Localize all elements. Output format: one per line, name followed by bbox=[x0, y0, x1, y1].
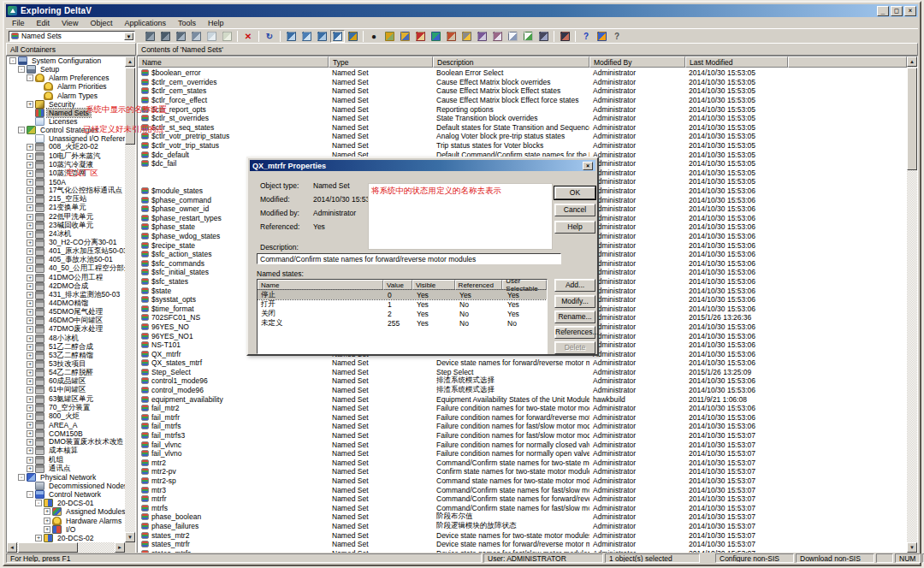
list-row-qx-states-mtrf[interactable]: QX_states_mtrfNamed SetDevice state name… bbox=[138, 358, 907, 368]
list-row--ctlr-force-effect[interactable]: $ctlr_force_effectNamed SetCause Effect … bbox=[138, 96, 907, 105]
expand-icon[interactable]: + bbox=[27, 387, 33, 393]
tree-item-decommissioned-nodes[interactable]: Decommissioned Nodes bbox=[7, 482, 125, 490]
list-row-mtr3[interactable]: mtr3Named SetCommand/Confirm state names… bbox=[138, 485, 907, 494]
tree-item-alarm-priorities[interactable]: Alarm Priorities bbox=[7, 82, 125, 91]
column-header-type[interactable]: Type bbox=[329, 56, 433, 68]
collapse-icon[interactable]: - bbox=[18, 127, 25, 133]
tree-item-setup[interactable]: -Setup bbox=[7, 65, 125, 74]
column-header-modified-by[interactable]: Modified By bbox=[589, 56, 685, 68]
globe-button[interactable]: ● bbox=[367, 30, 382, 43]
menu-file[interactable]: File bbox=[6, 19, 31, 27]
menu-object[interactable]: Object bbox=[84, 19, 118, 27]
tree-scroll-left-icon[interactable]: ◄ bbox=[7, 542, 17, 553]
collapse-icon[interactable]: - bbox=[18, 66, 25, 73]
tree-scroll-right-icon[interactable]: ► bbox=[115, 542, 125, 553]
objects-move-button[interactable] bbox=[158, 30, 173, 43]
view-details-button[interactable] bbox=[330, 30, 345, 43]
dialog-close-icon[interactable]: × bbox=[583, 162, 593, 170]
tree-item-physical-network[interactable]: -Physical Network bbox=[7, 473, 125, 482]
objects-link-button[interactable] bbox=[174, 30, 188, 43]
refs-button[interactable]: References... bbox=[554, 326, 595, 339]
tree-item-i-o[interactable]: +I/O bbox=[7, 525, 125, 534]
context-help-button[interactable]: ? bbox=[610, 30, 625, 43]
list-row--boolean-error[interactable]: $boolean_errorNamed SetBoolean Error Sel… bbox=[138, 68, 907, 78]
grid-config-button[interactable] bbox=[475, 30, 489, 43]
expand-icon[interactable]: + bbox=[27, 240, 33, 246]
objects-copy-button[interactable] bbox=[143, 30, 157, 43]
help-button[interactable]: ? bbox=[579, 30, 594, 43]
list-row-phase-failures[interactable]: phase_failuresNamed Set阶段逻辑模块的故障状态Admini… bbox=[138, 522, 907, 531]
paste-button[interactable] bbox=[220, 30, 234, 43]
expand-icon[interactable]: + bbox=[44, 518, 50, 524]
column-header-description[interactable]: Description bbox=[433, 56, 589, 68]
collapse-icon[interactable]: - bbox=[18, 474, 25, 481]
expand-icon[interactable]: + bbox=[27, 248, 33, 255]
tree-scroll-down-icon[interactable]: ▼ bbox=[125, 532, 135, 542]
table-button[interactable] bbox=[506, 30, 520, 43]
tree-item--[interactable]: +通讯点 bbox=[7, 464, 125, 473]
rename-button[interactable]: Rename... bbox=[554, 311, 595, 323]
list-row-mtr2[interactable]: mtr2Named SetCommand/Confirm state names… bbox=[138, 459, 907, 468]
list-row--ctlr-cem-overrides[interactable]: $ctlr_cem_overridesNamed SetCause Effect… bbox=[138, 78, 907, 87]
list-row-fail-mtrfr[interactable]: fail_mtrfrNamed SetFailure condition nam… bbox=[138, 413, 907, 423]
user-key-button[interactable] bbox=[459, 30, 474, 43]
expand-icon[interactable]: + bbox=[27, 465, 33, 472]
expand-icon[interactable]: + bbox=[35, 535, 42, 541]
list-scroll-down-icon[interactable]: ▼ bbox=[907, 542, 917, 553]
expand-icon[interactable]: + bbox=[27, 413, 33, 420]
diagnostics-book-button[interactable] bbox=[413, 30, 428, 43]
expand-icon[interactable]: + bbox=[27, 162, 33, 169]
list-vertical-scrollbar[interactable]: ▲ ▼ bbox=[907, 56, 917, 553]
list-row-mtr2-pv[interactable]: mtr2-pvNamed SetConfirm state names for … bbox=[138, 467, 907, 476]
tree-item-20-dcs-02[interactable]: +20-DCS-02 bbox=[7, 534, 125, 542]
list-row--ctlr-st-seq-states[interactable]: $ctlr_st_seq_statesNamed SetDefault stat… bbox=[138, 123, 907, 133]
tree-item-20-dcs-01[interactable]: -20-DCS-01 bbox=[7, 499, 125, 507]
list-row-fail-vlvnc[interactable]: fail_vlvncNamed SetFailure condition nam… bbox=[138, 440, 907, 449]
expand-icon[interactable]: + bbox=[27, 396, 33, 403]
states-column-name[interactable]: Name bbox=[258, 280, 383, 290]
list-row-control-mode96[interactable]: control_mode96Named Set排渣系统模式选择Administr… bbox=[138, 386, 907, 395]
close-button[interactable]: × bbox=[904, 6, 916, 16]
list-row--ctlr-st-overrides[interactable]: $ctlr_st_overridesNamed SetState Transit… bbox=[138, 114, 907, 123]
cut-button[interactable] bbox=[189, 30, 204, 43]
dialog-title-bar[interactable]: QX_mtrfr Properties × bbox=[250, 160, 595, 171]
expand-icon[interactable]: + bbox=[27, 179, 33, 186]
named-state-row[interactable]: 关闭2YesNoYes bbox=[258, 309, 547, 318]
upload-button[interactable] bbox=[398, 30, 412, 43]
title-bar[interactable]: Exploring DeltaV _ □ × bbox=[6, 4, 918, 17]
expand-icon[interactable]: + bbox=[27, 422, 33, 429]
container-combobox[interactable]: Named Sets ▼ bbox=[9, 31, 135, 42]
list-row-states-mtr2[interactable]: states_mtr2Named SetDevice state names f… bbox=[138, 530, 907, 540]
expand-icon[interactable]: + bbox=[27, 335, 33, 342]
column-header-name[interactable]: Name bbox=[138, 56, 329, 68]
menu-help[interactable]: Help bbox=[202, 19, 230, 27]
expand-icon[interactable]: + bbox=[27, 378, 33, 385]
copy-button[interactable] bbox=[204, 30, 219, 43]
view-large-buttons-icon[interactable] bbox=[284, 30, 299, 43]
expand-icon[interactable]: + bbox=[27, 457, 33, 464]
menu-tools[interactable]: Tools bbox=[172, 19, 202, 27]
tree-item-assigned-modules[interactable]: +Assigned Modules bbox=[7, 507, 125, 516]
books-button[interactable] bbox=[595, 30, 609, 43]
help-button[interactable]: Help bbox=[554, 221, 595, 234]
list-row--ctlr-votr-pretrip-status[interactable]: $ctlr_votr_pretrip_statusNamed SetAnalog… bbox=[138, 132, 907, 141]
expand-icon[interactable]: + bbox=[27, 265, 33, 272]
expand-icon[interactable]: + bbox=[27, 204, 33, 211]
expand-icon[interactable]: + bbox=[27, 222, 33, 229]
menu-applications[interactable]: Applications bbox=[118, 19, 172, 27]
list-row-states-mtrfr[interactable]: states_mtrfrNamed SetDevice state names … bbox=[138, 540, 907, 549]
states-column-referenced[interactable]: Referenced bbox=[455, 280, 503, 290]
tree-item-800-[interactable]: +800_火炬 bbox=[7, 412, 125, 421]
list-row-equipment-availability[interactable]: equipment_availabilityNamed SetEquipment… bbox=[138, 394, 907, 404]
expand-icon[interactable]: + bbox=[27, 430, 33, 437]
expand-icon[interactable]: + bbox=[27, 370, 33, 376]
list-row--ctlr-votr-trip-status[interactable]: $ctlr_votr_trip_statusNamed SetTrip stat… bbox=[138, 141, 907, 151]
expand-icon[interactable]: + bbox=[27, 344, 33, 351]
view-list-button[interactable] bbox=[315, 30, 329, 43]
expand-icon[interactable]: + bbox=[27, 309, 33, 316]
tree-horizontal-scrollbar[interactable]: ◄ ► bbox=[7, 542, 125, 553]
list-row-fail-mtrfs[interactable]: fail_mtrfsNamed SetFailure condition nam… bbox=[138, 422, 907, 431]
named-state-row[interactable]: 停止0YesYesYes bbox=[258, 290, 547, 299]
tree-hscrollbar-thumb[interactable] bbox=[18, 542, 78, 553]
filter-button[interactable] bbox=[346, 30, 360, 43]
